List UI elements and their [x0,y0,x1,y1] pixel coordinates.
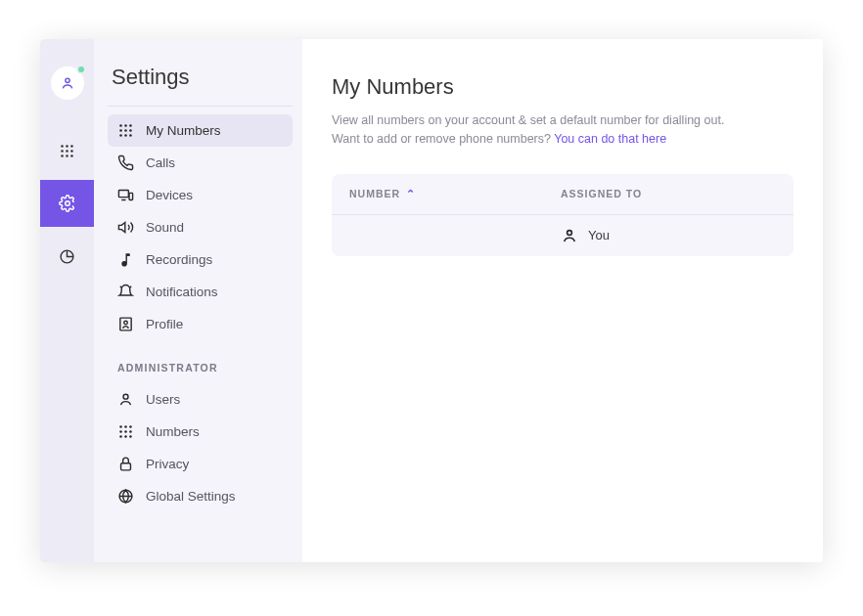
svg-point-19 [124,134,127,137]
svg-point-1 [61,145,64,148]
svg-point-20 [129,134,132,137]
sidebar-item-recordings[interactable]: Recordings [108,243,293,276]
svg-point-15 [119,129,122,132]
svg-marker-23 [118,223,124,233]
sidebar-item-label: Devices [146,188,193,202]
person-icon [561,227,578,244]
column-number-label: NUMBER [349,188,400,199]
sidebar-item-numbers[interactable]: Numbers [108,416,293,448]
sidebar-item-sound[interactable]: Sound [108,211,293,243]
sidebar-item-notifications[interactable]: Notifications [108,276,293,308]
desc-line-2: Want to add or remove phone numbers? [332,132,554,146]
svg-point-17 [129,129,132,132]
svg-point-29 [129,425,132,428]
svg-point-7 [61,154,64,157]
dialpad-icon [59,143,75,159]
sidebar-item-privacy[interactable]: Privacy [108,448,293,480]
svg-rect-21 [118,191,128,198]
pie-chart-icon [59,248,75,265]
svg-point-28 [124,425,127,428]
sound-icon [117,219,134,236]
bell-icon [117,284,134,300]
svg-point-4 [61,150,64,153]
svg-point-30 [119,430,122,433]
devices-icon [117,187,134,203]
table-header: NUMBER ⌃ ASSIGNED TO [332,174,794,215]
table-row[interactable]: You [332,215,794,256]
cell-assigned: You [561,227,776,244]
sidebar-item-label: Calls [146,155,175,170]
sort-arrow-up-icon: ⌃ [406,188,416,200]
svg-point-25 [124,321,128,325]
svg-point-32 [129,430,132,433]
sidebar-item-label: Numbers [146,424,200,439]
sidebar-item-label: Global Settings [146,489,236,504]
svg-point-14 [129,124,132,127]
person-icon [117,391,134,408]
svg-point-6 [70,150,73,153]
sidebar-item-label: Profile [146,317,183,331]
sidebar-item-label: My Numbers [146,123,221,138]
svg-point-34 [124,435,127,438]
desc-link[interactable]: You can do that here [554,132,666,146]
svg-point-18 [119,134,122,137]
music-note-icon [117,251,134,268]
sidebar-item-global-settings[interactable]: Global Settings [108,480,293,512]
main-content: My Numbers View all numbers on your acco… [302,39,823,562]
svg-point-26 [123,394,128,399]
globe-icon [117,488,134,505]
sidebar-item-label: Notifications [146,285,218,299]
numbers-table: NUMBER ⌃ ASSIGNED TO You [332,174,794,256]
svg-point-27 [119,425,122,428]
svg-rect-22 [129,193,133,199]
admin-section-label: ADMINISTRATOR [108,340,293,383]
rail-analytics[interactable] [40,233,94,280]
svg-point-16 [124,129,127,132]
svg-point-8 [66,154,68,157]
svg-point-5 [66,150,68,153]
svg-rect-36 [121,463,131,470]
sidebar-item-devices[interactable]: Devices [108,179,293,211]
rail-settings[interactable] [40,180,94,227]
sidebar-item-label: Privacy [146,457,189,471]
page-description: View all numbers on your account & set a… [332,111,794,149]
svg-point-0 [65,78,68,82]
sidebar-item-profile[interactable]: Profile [108,308,293,340]
svg-point-2 [66,145,68,148]
column-number[interactable]: NUMBER ⌃ [349,188,561,200]
svg-point-12 [119,124,122,127]
sidebar-item-users[interactable]: Users [108,383,293,416]
sidebar-item-label: Sound [146,220,184,235]
column-assigned-label: ASSIGNED TO [561,188,642,199]
svg-point-38 [568,230,572,235]
svg-point-35 [129,435,132,438]
sidebar-title: Settings [108,65,293,107]
column-assigned[interactable]: ASSIGNED TO [561,188,776,200]
assigned-to-label: You [588,228,610,242]
sidebar-item-calls[interactable]: Calls [108,147,293,179]
svg-point-10 [65,201,69,206]
lock-icon [117,456,134,472]
profile-card-icon [117,316,134,332]
gear-icon [59,195,76,212]
person-icon [60,75,75,91]
dialpad-icon [117,122,134,139]
svg-point-9 [70,154,73,157]
sidebar-item-label: Users [146,392,180,407]
phone-icon [117,154,134,171]
rail-dialpad[interactable] [40,127,94,174]
navigation-rail [40,39,94,562]
svg-point-31 [124,430,127,433]
status-dot [76,65,86,74]
sidebar-item-label: Recordings [146,252,212,267]
dialpad-icon [117,423,134,440]
page-title: My Numbers [332,74,794,100]
svg-point-33 [119,435,122,438]
avatar[interactable] [51,66,84,100]
svg-point-3 [70,145,73,148]
desc-line-1: View all numbers on your account & set a… [332,113,724,127]
svg-point-13 [124,124,127,127]
settings-sidebar: Settings My Numbers Calls Devices Sound … [94,39,302,562]
sidebar-item-my-numbers[interactable]: My Numbers [108,114,293,147]
app-container: Settings My Numbers Calls Devices Sound … [40,39,823,562]
